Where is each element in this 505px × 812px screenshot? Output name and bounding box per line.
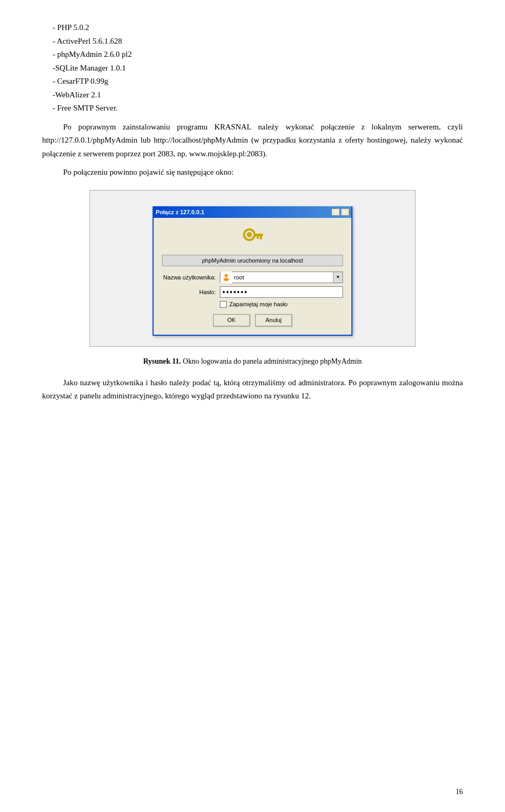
- figure-caption-label: Rysunek 11.: [143, 357, 181, 365]
- dialog-buttons: OK Anuluj: [162, 314, 343, 326]
- remember-checkbox[interactable]: [220, 301, 227, 308]
- svg-rect-2: [254, 234, 263, 236]
- dialog-window: Połącz z 127.0.0.1 ? × phpMyAdmin urucho…: [153, 206, 352, 336]
- paragraph-2: Po połączeniu powinno pojawić się następ…: [42, 166, 463, 179]
- username-label: Nazwa użytkownika:: [162, 274, 220, 280]
- username-field[interactable]: root ▼: [220, 272, 343, 283]
- remember-label: Zapamiętaj moje hasło: [229, 301, 288, 307]
- username-dropdown-arrow[interactable]: ▼: [333, 272, 342, 283]
- svg-point-5: [225, 274, 228, 277]
- dialog-help-button[interactable]: ?: [331, 208, 340, 216]
- username-row: Nazwa użytkownika: root ▼: [162, 272, 343, 283]
- ok-button[interactable]: OK: [213, 314, 250, 326]
- dialog-titlebar-buttons: ? ×: [331, 208, 349, 216]
- key-icon: [240, 224, 265, 249]
- svg-rect-3: [260, 236, 262, 239]
- username-value: root: [232, 274, 333, 280]
- svg-point-6: [224, 278, 229, 281]
- dialog-close-button[interactable]: ×: [341, 208, 349, 216]
- figure-caption-text-main: Okno logowania do panela administracyjne…: [183, 357, 362, 365]
- dialog-subtitle: phpMyAdmin uruchomiony na localhost: [162, 255, 343, 266]
- password-row: Hasło: •••••••: [162, 286, 343, 298]
- list-block: - PHP 5.0.2 - ActivePerl 5.6.1.628 - php…: [42, 21, 463, 115]
- page-number: 16: [456, 788, 463, 796]
- password-field[interactable]: •••••••: [220, 286, 343, 298]
- svg-point-1: [247, 232, 252, 237]
- dialog-title: Połącz z 127.0.0.1: [156, 209, 204, 215]
- svg-rect-4: [257, 236, 259, 239]
- dialog-icon-area: [162, 224, 343, 249]
- dialog-body: phpMyAdmin uruchomiony na localhost Nazw…: [154, 218, 351, 335]
- list-item-3: - phpMyAdmin 2.6.0 pl2: [53, 48, 463, 62]
- paragraph-3: Jako nazwę użytkownika i hasło należy po…: [42, 376, 463, 403]
- list-item-5: - CesarFTP 0.99g: [53, 75, 463, 88]
- list-item-1: - PHP 5.0.2: [53, 21, 463, 35]
- list-item-7: - Free SMTP Server.: [53, 102, 463, 115]
- list-item-2: - ActivePerl 5.6.1.628: [53, 35, 463, 48]
- password-label: Hasło:: [162, 289, 220, 295]
- paragraph-1: Po poprawnym zainstalowaniu programu KRA…: [42, 121, 463, 161]
- dialog-screenshot-container: Połącz z 127.0.0.1 ? × phpMyAdmin urucho…: [89, 190, 416, 347]
- user-icon: [220, 272, 232, 283]
- list-item-6: -WebAlizer 2.1: [53, 88, 463, 102]
- figure-caption: Rysunek 11. Okno logowania do panela adm…: [42, 357, 463, 366]
- list-item-4: -SQLite Manager 1.0.1: [53, 62, 463, 75]
- cancel-button[interactable]: Anuluj: [255, 314, 292, 326]
- dialog-titlebar: Połącz z 127.0.0.1 ? ×: [154, 206, 351, 218]
- remember-checkbox-row: Zapamiętaj moje hasło: [162, 301, 343, 308]
